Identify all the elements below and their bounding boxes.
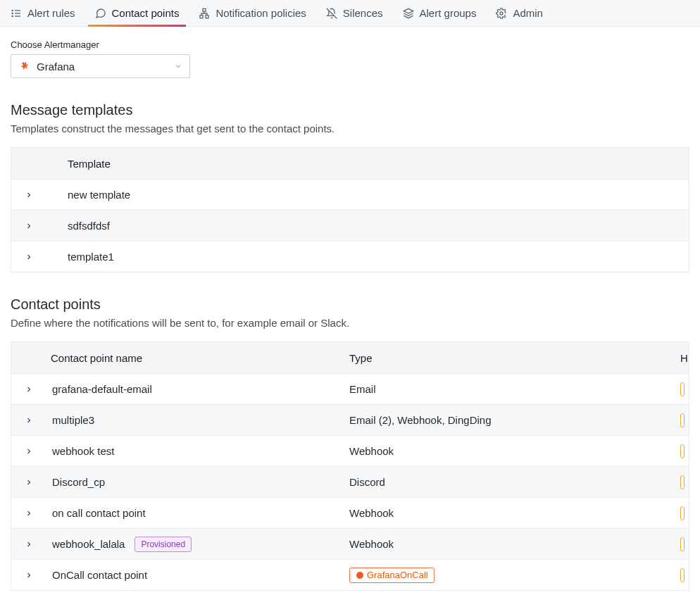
svg-point-5	[12, 15, 13, 16]
tab-label: Alert groups	[420, 7, 477, 19]
contact-point-name: multiple3	[52, 414, 94, 426]
tab-alert-rules[interactable]: Alert rules	[11, 0, 75, 27]
comment-icon	[95, 8, 106, 19]
contact-point-type: Email (2), Webhook, DingDing	[349, 414, 491, 426]
svg-rect-8	[206, 15, 208, 18]
svg-marker-10	[404, 8, 413, 13]
expand-toggle[interactable]	[11, 191, 46, 199]
svg-point-12	[356, 572, 363, 579]
contact-point-name: Discord_cp	[52, 476, 105, 488]
templates-header-template: Template	[11, 158, 689, 170]
contact-point-name: on call contact point	[52, 507, 146, 519]
health-indicator	[680, 475, 689, 489]
alertmanager-label: Choose Alertmanager	[11, 39, 689, 50]
expand-toggle[interactable]	[11, 509, 46, 518]
template-name: new template	[46, 189, 689, 201]
health-indicator	[680, 568, 689, 582]
templates-heading: Message templates	[11, 102, 689, 118]
templates-header-row: Template	[11, 148, 689, 179]
contact-points-header-health: H	[680, 352, 689, 364]
health-indicator	[680, 382, 689, 396]
contact-points-heading: Contact points	[11, 296, 689, 313]
expand-toggle[interactable]	[11, 571, 46, 580]
expand-toggle[interactable]	[11, 478, 46, 487]
contact-point-type: Webhook	[349, 538, 394, 550]
expand-toggle[interactable]	[11, 253, 46, 261]
contact-point-type: Webhook	[349, 445, 394, 457]
health-indicator	[680, 506, 689, 520]
template-row: new template	[11, 179, 689, 210]
tab-label: Admin	[513, 7, 543, 19]
expand-toggle[interactable]	[11, 416, 46, 425]
contact-point-type: Discord	[349, 476, 385, 488]
svg-point-3	[12, 10, 13, 11]
contact-point-row: multiple3Email (2), Webhook, DingDing	[11, 404, 689, 435]
tab-label: Contact points	[112, 7, 180, 19]
contact-point-name: OnCall contact point	[52, 569, 147, 581]
tab-label: Silences	[343, 7, 383, 19]
expand-toggle[interactable]	[11, 540, 46, 549]
templates-table: Template new templatesdfsdfdsftemplate1	[11, 147, 689, 273]
tab-bar: Alert rules Contact points Notification …	[0, 0, 700, 27]
grafana-logo-icon	[18, 61, 30, 72]
health-indicator	[680, 537, 689, 551]
svg-point-4	[12, 13, 13, 13]
tab-label: Notification policies	[215, 7, 306, 19]
contact-point-name: webhook test	[52, 445, 114, 457]
svg-rect-6	[203, 8, 206, 11]
tab-notification-policies[interactable]: Notification policies	[199, 0, 306, 27]
contact-point-row: OnCall contact pointGrafanaOnCall	[11, 559, 689, 590]
contact-points-header-type: Type	[349, 352, 680, 364]
sitemap-icon	[199, 8, 210, 19]
alertmanager-value: Grafana	[37, 61, 174, 73]
contact-points-header-row: Contact point name Type H	[11, 342, 689, 373]
contact-point-row: on call contact pointWebhook	[11, 497, 689, 528]
tab-admin[interactable]: Admin	[496, 0, 543, 27]
contact-point-row: grafana-default-emailEmail	[11, 373, 689, 404]
expand-toggle[interactable]	[11, 447, 46, 456]
chevron-down-icon	[174, 62, 182, 70]
contact-point-type: Webhook	[349, 507, 394, 519]
tab-alert-groups[interactable]: Alert groups	[403, 0, 477, 27]
gear-icon	[496, 8, 507, 19]
tab-contact-points[interactable]: Contact points	[95, 0, 180, 27]
contact-points-description: Define where the notifications will be s…	[11, 317, 689, 329]
template-row: sdfsdfdsf	[11, 210, 689, 241]
contact-points-table: Contact point name Type H grafana-defaul…	[11, 342, 689, 591]
layers-icon	[403, 8, 414, 19]
contact-point-row: webhook_lalalaProvisionedWebhook	[11, 528, 689, 559]
list-icon	[11, 8, 22, 19]
bell-slash-icon	[326, 8, 337, 19]
svg-point-11	[500, 12, 503, 15]
expand-toggle[interactable]	[11, 222, 46, 230]
contact-points-header-name: Contact point name	[11, 352, 349, 364]
tab-label: Alert rules	[27, 7, 75, 19]
svg-line-9	[326, 8, 337, 18]
contact-point-name: grafana-default-email	[52, 383, 152, 395]
contact-point-row: Discord_cpDiscord	[11, 466, 689, 497]
contact-point-row: webhook testWebhook	[11, 435, 689, 466]
health-indicator	[680, 444, 689, 458]
templates-description: Templates construct the messages that ge…	[11, 123, 689, 134]
health-indicator	[680, 413, 689, 427]
alertmanager-select[interactable]: Grafana	[11, 54, 190, 78]
tab-silences[interactable]: Silences	[326, 0, 383, 27]
expand-toggle[interactable]	[11, 385, 46, 394]
contact-point-name: webhook_lalala	[52, 538, 125, 550]
provisioned-badge: Provisioned	[135, 537, 192, 552]
template-name: template1	[46, 251, 689, 263]
contact-point-type: Email	[349, 383, 376, 395]
svg-rect-7	[200, 15, 203, 18]
template-name: sdfsdfdsf	[46, 220, 689, 232]
grafana-oncall-badge: GrafanaOnCall	[349, 568, 435, 583]
template-row: template1	[11, 241, 689, 272]
